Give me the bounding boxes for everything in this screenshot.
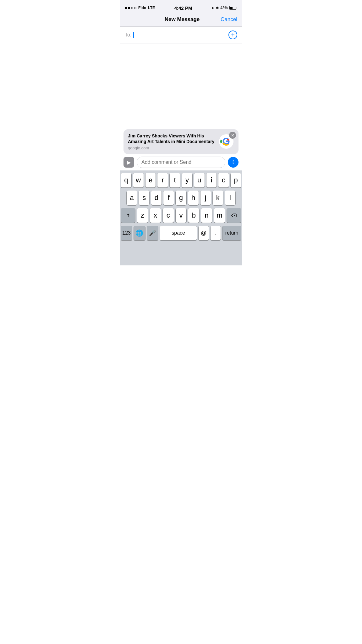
key-v[interactable]: v <box>176 208 187 223</box>
shift-key[interactable] <box>121 208 135 223</box>
add-contact-button[interactable]: + <box>228 31 237 39</box>
return-key[interactable]: return <box>222 226 241 240</box>
dot-key[interactable]: . <box>211 226 221 240</box>
battery-nub <box>237 7 237 9</box>
key-b[interactable]: b <box>188 208 199 223</box>
send-icon: ⇧ <box>231 159 235 165</box>
key-f[interactable]: f <box>163 191 174 205</box>
comment-input[interactable] <box>141 159 221 165</box>
send-row: ▶ ⇧ <box>123 157 239 168</box>
key-a[interactable]: a <box>127 191 137 205</box>
carrier-label: Fido <box>138 6 146 10</box>
battery-percent: 43% <box>220 6 228 10</box>
key-r[interactable]: r <box>157 173 168 187</box>
expand-icon: ▶ <box>127 159 131 165</box>
link-preview-icon: ✕ <box>218 134 234 149</box>
location-icon: ➤ <box>211 6 214 10</box>
key-n[interactable]: n <box>201 208 212 223</box>
key-c[interactable]: c <box>163 208 174 223</box>
key-g[interactable]: g <box>176 191 186 205</box>
key-u[interactable]: u <box>194 173 205 187</box>
cursor <box>133 32 134 38</box>
key-q[interactable]: q <box>121 173 131 187</box>
signal-dot-4 <box>134 7 136 9</box>
link-preview: Jim Carrey Shocks Viewers With His Amazi… <box>123 129 239 154</box>
status-time: 4:42 PM <box>174 5 192 11</box>
signal-dot-2 <box>128 7 130 9</box>
expand-button[interactable]: ▶ <box>123 157 134 168</box>
key-l[interactable]: l <box>225 191 235 205</box>
key-i[interactable]: i <box>206 173 217 187</box>
status-right: ➤ ✱ 43% <box>211 6 237 10</box>
status-bar: Fido LTE 4:42 PM ➤ ✱ 43% <box>120 0 242 14</box>
to-input-area[interactable] <box>133 32 228 38</box>
signal-dot-3 <box>131 7 133 9</box>
link-preview-title: Jim Carrey Shocks Viewers With His Amazi… <box>128 133 215 144</box>
at-key[interactable]: @ <box>199 226 209 240</box>
bluetooth-icon: ✱ <box>216 6 219 10</box>
key-s[interactable]: s <box>139 191 149 205</box>
link-preview-url: google.com <box>128 146 215 150</box>
battery-icon <box>229 6 237 10</box>
signal-dot-1 <box>125 7 127 9</box>
delete-key[interactable] <box>227 208 241 223</box>
keyboard: q w e r t y u i o p a s d f g h j k l z … <box>120 170 242 265</box>
network-label: LTE <box>148 6 155 10</box>
key-t[interactable]: t <box>170 173 180 187</box>
status-left: Fido LTE <box>125 6 155 10</box>
plus-icon: + <box>231 32 235 38</box>
space-key[interactable]: space <box>160 226 197 240</box>
nav-title: New Message <box>165 16 200 23</box>
key-z[interactable]: z <box>137 208 148 223</box>
key-y[interactable]: y <box>182 173 192 187</box>
battery-fill <box>230 7 233 9</box>
keyboard-row-4: 123 🌐 🎤 space @ . return <box>121 226 241 240</box>
keyboard-row-1: q w e r t y u i o p <box>121 173 241 187</box>
close-icon: ✕ <box>231 133 234 137</box>
key-j[interactable]: j <box>200 191 211 205</box>
num-key[interactable]: 123 <box>121 226 132 240</box>
globe-key[interactable]: 🌐 <box>134 226 145 240</box>
to-field: To: + <box>120 27 242 43</box>
key-e[interactable]: e <box>145 173 156 187</box>
key-m[interactable]: m <box>214 208 225 223</box>
keyboard-row-3: z x c v b n m <box>121 208 241 223</box>
key-w[interactable]: w <box>133 173 144 187</box>
mic-key[interactable]: 🎤 <box>147 226 158 240</box>
key-p[interactable]: p <box>231 173 241 187</box>
link-preview-content: Jim Carrey Shocks Viewers With His Amazi… <box>128 133 215 150</box>
to-label: To: <box>125 32 131 38</box>
key-x[interactable]: x <box>150 208 161 223</box>
nav-bar: New Message Cancel <box>120 14 242 27</box>
signal-dots <box>125 7 136 9</box>
send-button[interactable]: ⇧ <box>228 157 239 168</box>
key-d[interactable]: d <box>151 191 162 205</box>
key-h[interactable]: h <box>188 191 199 205</box>
key-o[interactable]: o <box>218 173 229 187</box>
close-preview-button[interactable]: ✕ <box>229 132 236 139</box>
cancel-button[interactable]: Cancel <box>221 16 237 23</box>
shift-icon <box>125 213 131 218</box>
comment-input-wrap[interactable] <box>137 157 225 168</box>
compose-area: Jim Carrey Shocks Viewers With His Amazi… <box>120 129 242 170</box>
battery-body <box>229 6 236 10</box>
key-k[interactable]: k <box>213 191 223 205</box>
keyboard-row-2: a s d f g h j k l <box>121 191 241 205</box>
delete-icon <box>231 213 237 218</box>
